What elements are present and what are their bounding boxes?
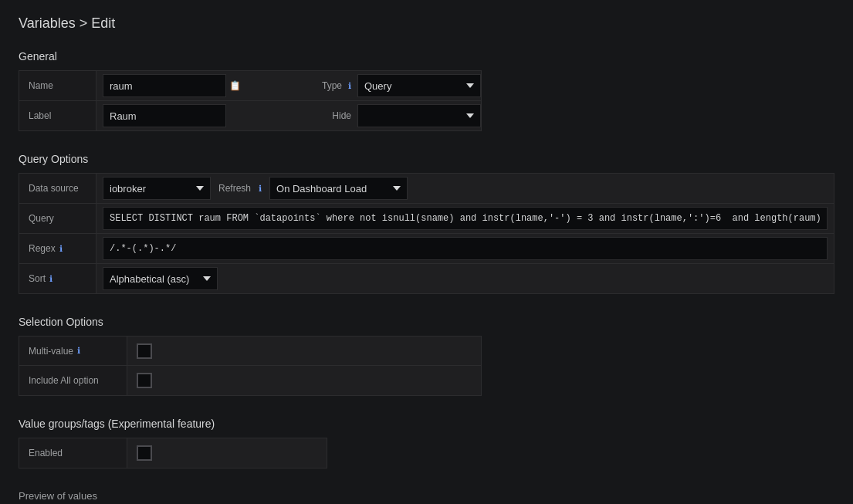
- datasource-row: Data source iobroker default Refresh ℹ O…: [19, 174, 834, 204]
- general-section-title: General: [19, 50, 834, 63]
- query-label: Query: [19, 204, 96, 233]
- label-label: Label: [19, 101, 96, 130]
- refresh-info-icon: ℹ: [259, 184, 262, 194]
- hide-section: Hide Label Variable: [332, 104, 481, 127]
- label-value-cell: [96, 101, 323, 130]
- on-dashboard-select[interactable]: On Dashboard Load On Time Range Change N…: [269, 177, 408, 200]
- sort-select[interactable]: Disabled Alphabetical (asc) Alphabetical…: [103, 267, 218, 290]
- include-all-checkbox[interactable]: [137, 373, 152, 388]
- page-container: Variables > Edit General Name 📋 Type ℹ Q…: [0, 0, 853, 504]
- query-input[interactable]: [103, 207, 828, 230]
- sort-label: Sort ℹ: [19, 264, 96, 293]
- sort-value-cell: Disabled Alphabetical (asc) Alphabetical…: [96, 264, 834, 293]
- enabled-row: Enabled: [19, 438, 327, 468]
- sort-row: Sort ℹ Disabled Alphabetical (asc) Alpha…: [19, 264, 834, 293]
- regex-label: Regex ℹ: [19, 234, 96, 263]
- preview-label: Preview of values: [19, 490, 97, 502]
- type-info-icon: ℹ: [348, 81, 351, 91]
- name-input[interactable]: [103, 74, 226, 97]
- name-value-cell: 📋: [96, 71, 313, 100]
- include-all-row: Include All option: [19, 366, 481, 395]
- datasource-select[interactable]: iobroker default: [103, 177, 211, 200]
- regex-input[interactable]: [103, 237, 828, 260]
- enabled-checkbox-cell: [127, 442, 161, 464]
- value-groups-table: Enabled: [19, 438, 327, 468]
- query-options-table: Data source iobroker default Refresh ℹ O…: [19, 173, 834, 294]
- label-input[interactable]: [103, 104, 226, 127]
- preview-section: Preview of values: [19, 490, 834, 502]
- value-groups-section: Value groups/tags (Experimental feature)…: [19, 418, 834, 468]
- value-groups-title: Value groups/tags (Experimental feature): [19, 418, 834, 430]
- selection-options-section: Selection Options Multi-value ℹ Include …: [19, 316, 834, 396]
- query-value-cell: [96, 204, 834, 233]
- name-row: Name 📋 Type ℹ Query Custom Textbox Const…: [19, 71, 481, 101]
- multivalue-label: Multi-value ℹ: [19, 337, 127, 365]
- multivalue-checkbox-cell: [127, 340, 161, 362]
- selection-options-table: Multi-value ℹ Include All option: [19, 336, 482, 396]
- hide-label: Hide: [332, 110, 351, 121]
- type-section: Type ℹ Query Custom Textbox Constant Int…: [322, 74, 481, 97]
- regex-value-cell: [96, 234, 834, 263]
- multivalue-row: Multi-value ℹ: [19, 337, 481, 366]
- datasource-label: Data source: [19, 174, 96, 203]
- query-row: Query: [19, 204, 834, 234]
- datasource-value-cell: iobroker default Refresh ℹ On Dashboard …: [96, 174, 834, 203]
- query-options-section: Query Options Data source iobroker defau…: [19, 153, 834, 294]
- enabled-checkbox[interactable]: [137, 445, 152, 461]
- regex-info-icon: ℹ: [59, 244, 63, 254]
- hide-select[interactable]: Label Variable: [357, 104, 481, 127]
- general-form-table: Name 📋 Type ℹ Query Custom Textbox Const…: [19, 70, 482, 131]
- general-section: General Name 📋 Type ℹ Query Custom Textb…: [19, 50, 834, 131]
- type-select[interactable]: Query Custom Textbox Constant Interval D…: [357, 74, 481, 97]
- multivalue-info-icon: ℹ: [77, 346, 80, 356]
- sort-info-icon: ℹ: [49, 274, 52, 284]
- include-all-label: Include All option: [19, 366, 127, 395]
- label-row: Label Hide Label Variable: [19, 101, 481, 130]
- include-all-checkbox-cell: [127, 370, 161, 391]
- multivalue-checkbox[interactable]: [137, 343, 152, 359]
- selection-options-title: Selection Options: [19, 316, 834, 328]
- query-options-title: Query Options: [19, 153, 834, 165]
- enabled-label: Enabled: [19, 438, 127, 468]
- page-title: Variables > Edit: [19, 15, 834, 32]
- name-label: Name: [19, 71, 96, 100]
- file-icon: 📋: [229, 80, 241, 91]
- regex-row: Regex ℹ: [19, 234, 834, 264]
- type-label: Type: [322, 80, 342, 91]
- refresh-label: Refresh: [218, 183, 251, 194]
